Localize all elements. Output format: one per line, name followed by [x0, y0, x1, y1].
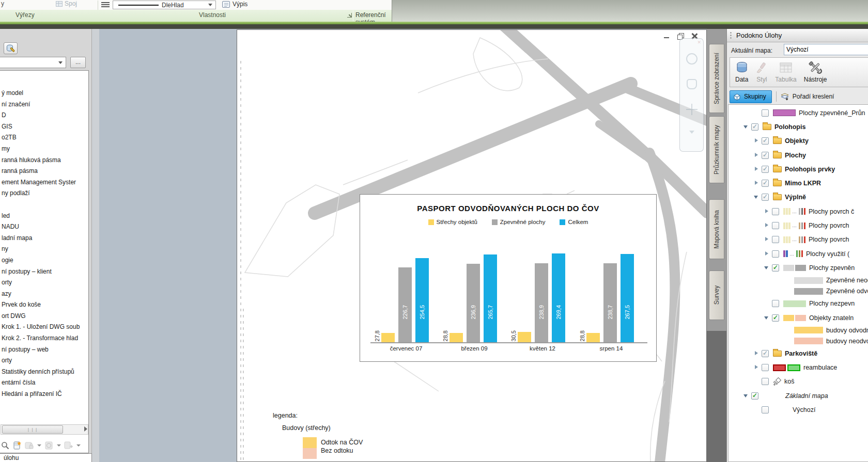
list-item[interactable]: o2TB [0, 132, 88, 144]
list-item[interactable]: NADU [0, 221, 88, 233]
list-item[interactable]: led [0, 211, 88, 222]
list-item[interactable]: D [0, 110, 88, 121]
zoom-icon[interactable] [686, 53, 698, 65]
layer-row-budovy-odvodně[interactable]: budovy odvodně [773, 325, 868, 336]
layer-row-plochy-využití-[interactable]: …Plochy využití ( [763, 247, 868, 261]
list-item[interactable]: ny [0, 244, 88, 255]
vypis-button[interactable]: Výpis [222, 1, 247, 8]
minimize-button[interactable] [662, 33, 671, 39]
layer-checkbox[interactable] [772, 264, 779, 272]
export-task-icon[interactable] [64, 441, 73, 450]
new-task-icon[interactable] [12, 441, 22, 450]
collapse-icon[interactable] [763, 264, 771, 272]
expand-icon[interactable] [763, 208, 771, 215]
layer-row-koš[interactable]: koš [752, 375, 868, 389]
list-item[interactable]: azy [0, 289, 88, 300]
layer-row-plochy-povrch[interactable]: …Plochy povrch [763, 218, 868, 232]
layer-checkbox[interactable] [772, 222, 779, 229]
dock-tab-mapov-kniha[interactable]: Mapová kniha [709, 199, 724, 259]
layer-row-výchozí[interactable]: Výchozí [752, 403, 868, 417]
expand-icon[interactable] [752, 137, 761, 145]
layer-checkbox[interactable] [762, 194, 769, 201]
task-search-box[interactable]: úlohu [0, 453, 92, 462]
dock-tab-survey[interactable]: Survey [709, 270, 724, 320]
layer-checkbox[interactable] [762, 364, 769, 371]
current-map-input[interactable] [784, 44, 868, 55]
tabulka-button[interactable]: Tabulka [775, 61, 796, 83]
list-item[interactable]: ranná hluková pásma [0, 155, 88, 166]
expand-icon[interactable] [752, 152, 761, 159]
edit-datasource-button[interactable] [4, 42, 18, 54]
layer-row-objekty[interactable]: Objekty [752, 134, 868, 148]
layer-row-plochy-zpevněn[interactable]: Plochy zpevněn [763, 261, 868, 275]
list-item[interactable]: ý model [0, 88, 88, 99]
list-item[interactable]: Hledání a přiřazení IČ [0, 389, 88, 400]
expand-icon[interactable] [752, 180, 761, 187]
layer-checkbox[interactable] [762, 137, 769, 145]
layer-row-plochy-nezpevn[interactable]: Plochy nezpevn [763, 297, 868, 311]
list-item[interactable]: ranná pásma [0, 166, 88, 177]
spoj-button[interactable]: Spoj [56, 0, 77, 7]
dock-tab-pr-zkumn-k-mapy[interactable]: Průzkumník mapy [709, 116, 724, 183]
scroll-right-arrow[interactable] [84, 426, 87, 432]
expand-icon[interactable] [752, 166, 761, 173]
layer-row-plochy-zpevněné-průn[interactable]: Plochy zpevněné_Průn [752, 106, 868, 120]
collapse-icon[interactable] [763, 314, 771, 322]
layer-checkbox[interactable] [772, 314, 779, 322]
data-button[interactable]: Data [735, 61, 748, 83]
expand-icon[interactable] [763, 236, 771, 243]
layer-row-plochy[interactable]: Plochy [752, 148, 868, 162]
list-item[interactable] [0, 199, 88, 211]
layer-row-zpevněné-neodv[interactable]: Zpevněné neodv [773, 275, 868, 286]
layer-row-plochy-povrch-č[interactable]: …Plochy povrch č [763, 204, 868, 218]
list-item[interactable]: ní postupy – klient [0, 266, 88, 278]
layer-checkbox[interactable] [762, 406, 769, 413]
layer-checkbox[interactable] [751, 123, 758, 131]
drag-grip-icon[interactable] [730, 31, 732, 40]
layer-row-základní-mapa[interactable]: Základní mapa [742, 389, 868, 403]
layer-row-polohopis[interactable]: Polohopis [742, 120, 868, 134]
list-item[interactable]: ny podlaží [0, 188, 88, 199]
list-item[interactable]: ement Management Syster [0, 177, 88, 188]
layer-checkbox[interactable] [762, 350, 769, 357]
layer-row-výplně[interactable]: Výplně [752, 190, 868, 204]
list-item[interactable]: ní postupy – web [0, 344, 88, 356]
dock-tab-spr-vce-zobrazen-[interactable]: Správce zobrazení [709, 44, 724, 113]
expand-icon[interactable] [763, 250, 771, 258]
list-item[interactable]: Prvek do koše [0, 299, 88, 311]
panel-splitter[interactable] [92, 29, 99, 462]
list-item[interactable]: ogie [0, 255, 88, 266]
layer-checkbox[interactable] [751, 392, 758, 400]
list-item[interactable]: entární čísla [0, 377, 88, 389]
list-item[interactable]: orty [0, 355, 88, 367]
line-style-icon[interactable] [101, 2, 110, 8]
layer-row-budovy-neodvod[interactable]: budovy neodvod [773, 336, 868, 346]
horizontal-scrollbar[interactable] [1, 424, 88, 435]
layer-row-parkoviště[interactable]: Parkoviště [752, 346, 868, 360]
list-item[interactable]: ladní mapa [0, 233, 88, 244]
expand-icon[interactable] [763, 222, 771, 229]
locked-task-icon[interactable] [25, 441, 34, 450]
group-expand-icon[interactable] [347, 13, 352, 18]
task-group-icon[interactable] [44, 441, 54, 450]
pan-icon[interactable] [687, 79, 697, 89]
list-item[interactable]: ní značení [0, 99, 88, 110]
tab-skupiny[interactable]: Skupiny [730, 90, 772, 103]
task-pane-titlebar[interactable]: Podokno Úlohy [727, 29, 868, 42]
layer-checkbox[interactable] [772, 236, 779, 243]
line-style-combo[interactable]: DleHlad [113, 1, 216, 9]
view-tools-ghost-toolbar[interactable]: ✕ [679, 38, 704, 152]
layer-checkbox[interactable] [762, 152, 769, 159]
scrollbar-thumb[interactable] [2, 425, 63, 434]
collapse-icon[interactable] [742, 123, 750, 131]
styl-button[interactable]: Styl [755, 61, 768, 83]
chevron-down-icon[interactable] [76, 444, 81, 447]
layer-checkbox[interactable] [772, 208, 779, 215]
layer-row-zpevněné-odvod[interactable]: Zpevněné odvod [773, 286, 868, 297]
ribbon-cut-item[interactable]: y [1, 0, 4, 7]
layer-row-mimo-lkpr[interactable]: Mimo LKPR [752, 176, 868, 190]
list-item[interactable]: GIS [0, 121, 88, 133]
layer-checkbox[interactable] [762, 166, 769, 173]
chevron-down-icon[interactable] [689, 131, 694, 134]
list-item[interactable]: ort DWG [0, 311, 88, 322]
